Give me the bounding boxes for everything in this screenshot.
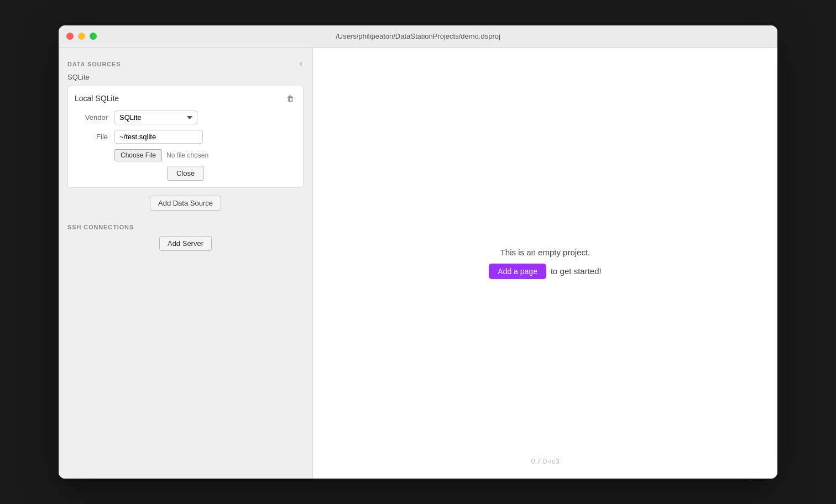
datasource-name: Local SQLite bbox=[75, 94, 119, 103]
empty-text-before: This is an empty project. bbox=[500, 248, 591, 257]
vendor-section-label: SQLite bbox=[67, 73, 304, 81]
collapse-button[interactable]: ‹ bbox=[296, 57, 306, 70]
delete-datasource-button[interactable]: 🗑 bbox=[284, 93, 296, 104]
empty-state-line2: Add a page to get started! bbox=[489, 264, 601, 279]
traffic-lights bbox=[66, 33, 97, 40]
vendor-row: Vendor SQLite PostgreSQL MySQL bbox=[75, 111, 296, 124]
choose-file-button[interactable]: Choose File bbox=[114, 149, 162, 161]
fullscreen-traffic-light[interactable] bbox=[90, 33, 97, 40]
add-server-button[interactable]: Add Server bbox=[159, 236, 212, 251]
add-datasource-button[interactable]: Add Data Source bbox=[150, 196, 221, 211]
file-row: File bbox=[75, 130, 296, 144]
main-content: This is an empty project. Add a page to … bbox=[313, 48, 777, 479]
vendor-label: Vendor bbox=[75, 113, 108, 122]
file-label: File bbox=[75, 133, 108, 141]
close-datasource-button[interactable]: Close bbox=[167, 166, 204, 181]
app-window: /Users/philipeaton/DataStationProjects/d… bbox=[59, 25, 777, 479]
content-area: ‹ DATA SOURCES SQLite Local SQLite 🗑 Ven… bbox=[59, 48, 777, 479]
empty-text-after: to get started! bbox=[551, 266, 602, 276]
empty-state-line1: This is an empty project. bbox=[500, 248, 591, 257]
sidebar: ‹ DATA SOURCES SQLite Local SQLite 🗑 Ven… bbox=[59, 48, 313, 479]
minimize-traffic-light[interactable] bbox=[78, 33, 85, 40]
choose-file-row: Choose File No file chosen bbox=[114, 149, 296, 161]
file-input[interactable] bbox=[114, 130, 203, 144]
close-traffic-light[interactable] bbox=[66, 33, 74, 40]
data-sources-header: DATA SOURCES bbox=[67, 61, 304, 67]
empty-state: This is an empty project. Add a page to … bbox=[489, 248, 601, 279]
datasource-card: Local SQLite 🗑 Vendor SQLite PostgreSQL … bbox=[67, 86, 304, 188]
ssh-header: SSH CONNECTIONS bbox=[67, 224, 304, 230]
titlebar: /Users/philipeaton/DataStationProjects/d… bbox=[59, 25, 777, 48]
version-label: 0.7.0-rc3 bbox=[531, 457, 559, 465]
titlebar-title: /Users/philipeaton/DataStationProjects/d… bbox=[336, 32, 500, 40]
ssh-section: SSH CONNECTIONS Add Server bbox=[67, 224, 304, 251]
vendor-select[interactable]: SQLite PostgreSQL MySQL bbox=[114, 111, 197, 124]
no-file-text: No file chosen bbox=[166, 151, 208, 159]
datasource-card-header: Local SQLite 🗑 bbox=[75, 93, 296, 104]
add-page-button[interactable]: Add a page bbox=[489, 264, 546, 279]
